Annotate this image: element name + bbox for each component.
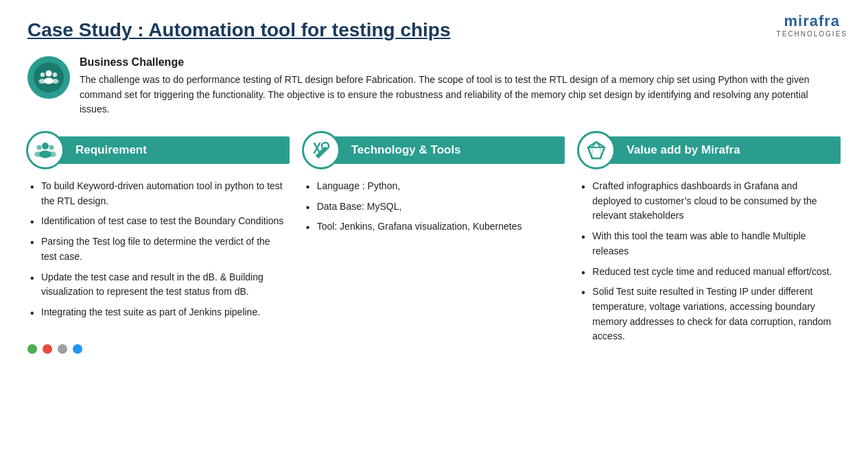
business-challenge-title: Business Challenge [80,56,834,69]
svg-point-3 [39,79,46,84]
logo: mirafra TECHNOLOGIES [777,12,847,38]
business-challenge-section: Business Challenge The challenge was to … [27,56,841,117]
svg-point-11 [48,152,56,157]
svg-point-5 [52,79,59,84]
list-item: Parsing the Test log file to determine t… [30,234,287,264]
svg-point-9 [34,152,43,157]
business-challenge-icon [34,62,64,93]
nav-dot-4[interactable] [73,344,82,354]
columns: Requirement To build Keyword-driven auto… [27,131,841,350]
svg-point-8 [37,145,42,150]
logo-sub: TECHNOLOGIES [777,30,847,38]
value-icon-wrap [577,131,615,169]
list-item: With this tool the team was able to hand… [581,229,838,258]
list-item: Crafted infographics dashboards in Grafa… [581,179,838,224]
svg-point-4 [53,73,57,77]
list-item: Integrating the test suite as part of Je… [30,305,287,320]
technology-header: Technology & Tools [303,131,565,169]
nav-dot-2[interactable] [43,344,52,354]
value-body: Crafted infographics dashboards in Grafa… [578,179,841,344]
technology-body: Language : Python, Data Base: MySQL, Too… [303,179,565,234]
svg-point-2 [40,73,45,77]
svg-point-6 [42,143,49,149]
technology-list: Language : Python, Data Base: MySQL, Too… [306,179,563,234]
business-challenge-text: The challenge was to do performance test… [80,73,834,117]
value-header: Value add by Mirafra [578,131,841,169]
nav-dot-3[interactable] [58,344,67,354]
svg-marker-15 [588,142,605,158]
technology-icon-wrap [302,131,340,169]
nav-dot-1[interactable] [27,344,37,354]
value-list: Crafted infographics dashboards in Grafa… [581,179,838,344]
svg-point-10 [49,145,54,150]
business-challenge-icon-wrap [27,56,70,99]
tools-icon [310,139,332,161]
requirement-icon [34,139,56,161]
diamond-icon [585,139,607,161]
requirement-list: To build Keyword-driven automation tool … [30,179,287,320]
logo-brand: mirafra [784,12,840,29]
value-column: Value add by Mirafra Crafted infographic… [578,131,841,350]
technology-column: Technology & Tools Language : Python, Da… [303,131,565,350]
requirement-body: To build Keyword-driven automation tool … [27,179,290,320]
list-item: Tool: Jenkins, Grafana visualization, Ku… [306,219,563,234]
value-title: Value add by Mirafra [607,136,841,164]
svg-point-0 [46,71,52,77]
requirement-header: Requirement [27,131,290,169]
list-item: To build Keyword-driven automation tool … [30,179,287,208]
requirement-title: Requirement [56,136,290,164]
business-challenge-content: Business Challenge The challenge was to … [80,56,834,117]
technology-title: Technology & Tools [332,136,565,164]
list-item: Language : Python, [306,179,563,194]
requirement-column: Requirement To build Keyword-driven auto… [27,131,290,350]
people-icon [38,68,59,87]
list-item: Identification of test case to test the … [30,214,287,229]
list-item: Data Base: MySQL, [306,200,563,215]
list-item: Reduced test cycle time and reduced manu… [581,265,838,280]
nav-dots [27,344,82,354]
page-title: Case Study : Automation tool for testing… [27,19,841,41]
list-item: Solid Test suite resulted in Testing IP … [581,285,838,344]
list-item: Update the test case and result in the d… [30,270,287,300]
requirement-icon-wrap [26,131,64,169]
